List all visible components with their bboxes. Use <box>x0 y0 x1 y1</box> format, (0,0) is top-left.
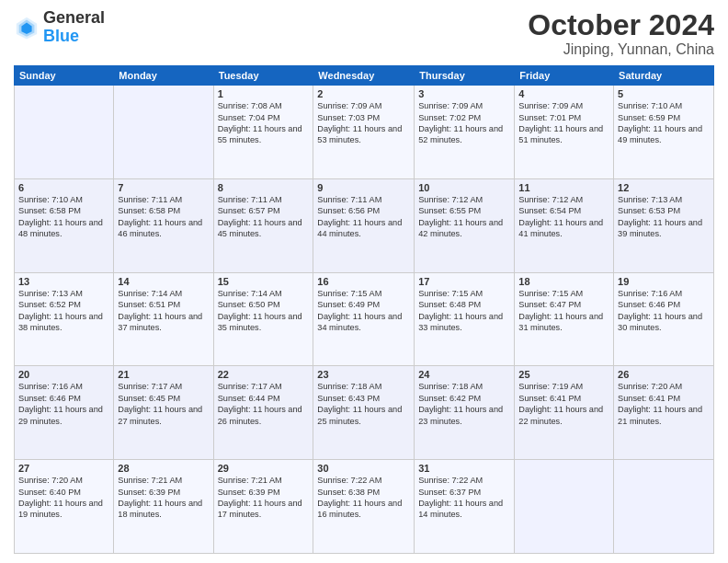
calendar-cell: 3Sunrise: 7:09 AMSunset: 7:02 PMDaylight… <box>415 86 515 179</box>
calendar-header: SundayMondayTuesdayWednesdayThursdayFrid… <box>15 66 714 86</box>
main-title: October 2024 <box>528 9 714 41</box>
calendar-table: SundayMondayTuesdayWednesdayThursdayFrid… <box>14 65 714 554</box>
week-row-5: 27Sunrise: 7:20 AMSunset: 6:40 PMDayligh… <box>15 460 714 554</box>
day-detail: Sunrise: 7:16 AMSunset: 6:46 PMDaylight:… <box>18 381 109 427</box>
calendar-cell: 9Sunrise: 7:11 AMSunset: 6:56 PMDaylight… <box>313 178 415 272</box>
header-col-monday: Monday <box>114 66 213 86</box>
day-number: 6 <box>18 182 109 193</box>
header-row: SundayMondayTuesdayWednesdayThursdayFrid… <box>15 66 714 86</box>
day-number: 31 <box>418 463 510 474</box>
day-number: 19 <box>618 276 710 287</box>
header-col-tuesday: Tuesday <box>213 66 313 86</box>
day-detail: Sunrise: 7:12 AMSunset: 6:54 PMDaylight:… <box>518 194 609 240</box>
day-detail: Sunrise: 7:17 AMSunset: 6:44 PMDaylight:… <box>218 381 310 427</box>
header-col-thursday: Thursday <box>415 66 515 86</box>
day-number: 12 <box>618 182 710 193</box>
day-number: 17 <box>418 276 510 287</box>
calendar-cell: 6Sunrise: 7:10 AMSunset: 6:58 PMDaylight… <box>15 178 114 272</box>
day-detail: Sunrise: 7:21 AMSunset: 6:39 PMDaylight:… <box>218 475 310 521</box>
day-number: 14 <box>118 276 209 287</box>
day-number: 25 <box>518 369 609 380</box>
day-number: 8 <box>218 182 310 193</box>
calendar-cell: 30Sunrise: 7:22 AMSunset: 6:38 PMDayligh… <box>313 460 415 554</box>
day-detail: Sunrise: 7:13 AMSunset: 6:52 PMDaylight:… <box>18 288 109 334</box>
day-number: 18 <box>518 276 609 287</box>
calendar-cell: 17Sunrise: 7:15 AMSunset: 6:48 PMDayligh… <box>415 272 515 366</box>
day-number: 5 <box>618 88 710 99</box>
week-row-2: 6Sunrise: 7:10 AMSunset: 6:58 PMDaylight… <box>15 178 714 272</box>
day-number: 28 <box>118 463 209 474</box>
calendar-cell: 18Sunrise: 7:15 AMSunset: 6:47 PMDayligh… <box>515 272 614 366</box>
calendar-cell: 31Sunrise: 7:22 AMSunset: 6:37 PMDayligh… <box>415 460 515 554</box>
calendar-cell: 11Sunrise: 7:12 AMSunset: 6:54 PMDayligh… <box>515 178 614 272</box>
calendar-cell: 4Sunrise: 7:09 AMSunset: 7:01 PMDaylight… <box>515 86 614 179</box>
day-number: 13 <box>18 276 109 287</box>
day-number: 21 <box>118 369 209 380</box>
day-detail: Sunrise: 7:16 AMSunset: 6:46 PMDaylight:… <box>618 288 710 334</box>
title-block: October 2024 Jinping, Yunnan, China <box>528 9 714 58</box>
day-number: 29 <box>218 463 310 474</box>
logo-line1: General <box>43 9 105 28</box>
calendar-cell: 27Sunrise: 7:20 AMSunset: 6:40 PMDayligh… <box>15 460 114 554</box>
logo-icon <box>14 15 40 40</box>
page: General Blue October 2024 Jinping, Yunna… <box>0 0 728 563</box>
calendar-cell: 7Sunrise: 7:11 AMSunset: 6:58 PMDaylight… <box>114 178 213 272</box>
calendar-cell <box>15 86 114 179</box>
calendar-cell: 19Sunrise: 7:16 AMSunset: 6:46 PMDayligh… <box>614 272 714 366</box>
day-number: 24 <box>418 369 510 380</box>
calendar-cell: 5Sunrise: 7:10 AMSunset: 6:59 PMDaylight… <box>614 86 714 179</box>
day-number: 26 <box>618 369 710 380</box>
day-number: 27 <box>18 463 109 474</box>
calendar-cell: 29Sunrise: 7:21 AMSunset: 6:39 PMDayligh… <box>213 460 313 554</box>
day-detail: Sunrise: 7:10 AMSunset: 6:59 PMDaylight:… <box>618 100 710 146</box>
day-detail: Sunrise: 7:20 AMSunset: 6:40 PMDaylight:… <box>18 475 109 521</box>
day-number: 16 <box>317 276 410 287</box>
calendar-cell <box>614 460 714 554</box>
day-detail: Sunrise: 7:21 AMSunset: 6:39 PMDaylight:… <box>118 475 209 521</box>
calendar-cell <box>515 460 614 554</box>
day-detail: Sunrise: 7:11 AMSunset: 6:57 PMDaylight:… <box>218 194 310 240</box>
logo: General Blue <box>14 9 105 46</box>
day-detail: Sunrise: 7:17 AMSunset: 6:45 PMDaylight:… <box>118 381 209 427</box>
header-col-saturday: Saturday <box>614 66 714 86</box>
day-detail: Sunrise: 7:12 AMSunset: 6:55 PMDaylight:… <box>418 194 510 240</box>
day-detail: Sunrise: 7:15 AMSunset: 6:49 PMDaylight:… <box>317 288 410 334</box>
day-detail: Sunrise: 7:11 AMSunset: 6:58 PMDaylight:… <box>118 194 209 240</box>
day-detail: Sunrise: 7:15 AMSunset: 6:47 PMDaylight:… <box>518 288 609 334</box>
calendar-cell: 16Sunrise: 7:15 AMSunset: 6:49 PMDayligh… <box>313 272 415 366</box>
logo-text: General Blue <box>43 9 105 46</box>
day-number: 30 <box>317 463 410 474</box>
day-detail: Sunrise: 7:14 AMSunset: 6:50 PMDaylight:… <box>218 288 310 334</box>
day-detail: Sunrise: 7:10 AMSunset: 6:58 PMDaylight:… <box>18 194 109 240</box>
day-number: 20 <box>18 369 109 380</box>
header-col-wednesday: Wednesday <box>313 66 415 86</box>
day-number: 1 <box>218 88 310 99</box>
day-number: 10 <box>418 182 510 193</box>
calendar-cell: 13Sunrise: 7:13 AMSunset: 6:52 PMDayligh… <box>15 272 114 366</box>
subtitle: Jinping, Yunnan, China <box>528 41 714 58</box>
day-detail: Sunrise: 7:22 AMSunset: 6:37 PMDaylight:… <box>418 475 510 521</box>
week-row-4: 20Sunrise: 7:16 AMSunset: 6:46 PMDayligh… <box>15 366 714 460</box>
day-detail: Sunrise: 7:20 AMSunset: 6:41 PMDaylight:… <box>618 381 710 427</box>
header: General Blue October 2024 Jinping, Yunna… <box>14 9 714 58</box>
day-detail: Sunrise: 7:18 AMSunset: 6:42 PMDaylight:… <box>418 381 510 427</box>
calendar-cell: 14Sunrise: 7:14 AMSunset: 6:51 PMDayligh… <box>114 272 213 366</box>
day-number: 2 <box>317 88 410 99</box>
calendar-cell: 26Sunrise: 7:20 AMSunset: 6:41 PMDayligh… <box>614 366 714 460</box>
calendar-cell <box>114 86 213 179</box>
day-number: 23 <box>317 369 410 380</box>
calendar-cell: 28Sunrise: 7:21 AMSunset: 6:39 PMDayligh… <box>114 460 213 554</box>
day-detail: Sunrise: 7:19 AMSunset: 6:41 PMDaylight:… <box>518 381 609 427</box>
day-number: 9 <box>317 182 410 193</box>
day-detail: Sunrise: 7:09 AMSunset: 7:01 PMDaylight:… <box>518 100 609 146</box>
calendar-cell: 21Sunrise: 7:17 AMSunset: 6:45 PMDayligh… <box>114 366 213 460</box>
header-col-sunday: Sunday <box>15 66 114 86</box>
day-detail: Sunrise: 7:11 AMSunset: 6:56 PMDaylight:… <box>317 194 410 240</box>
calendar-cell: 15Sunrise: 7:14 AMSunset: 6:50 PMDayligh… <box>213 272 313 366</box>
calendar-cell: 2Sunrise: 7:09 AMSunset: 7:03 PMDaylight… <box>313 86 415 179</box>
day-number: 22 <box>218 369 310 380</box>
day-detail: Sunrise: 7:09 AMSunset: 7:03 PMDaylight:… <box>317 100 410 146</box>
day-number: 4 <box>518 88 609 99</box>
calendar-cell: 22Sunrise: 7:17 AMSunset: 6:44 PMDayligh… <box>213 366 313 460</box>
week-row-3: 13Sunrise: 7:13 AMSunset: 6:52 PMDayligh… <box>15 272 714 366</box>
